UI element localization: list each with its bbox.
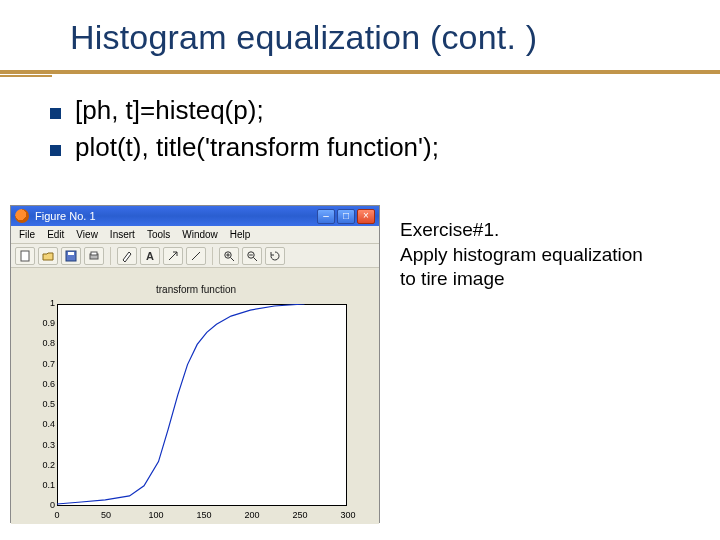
figure-menubar: File Edit View Insert Tools Window Help bbox=[11, 226, 379, 244]
exercise-text: Exercise#1. Apply histogram equalization… bbox=[400, 218, 643, 292]
new-figure-icon[interactable] bbox=[15, 247, 35, 265]
bullet-icon bbox=[50, 145, 61, 156]
menu-view[interactable]: View bbox=[76, 229, 98, 240]
bullet-list: [ph, t]=histeq(p); plot(t), title('trans… bbox=[0, 65, 720, 163]
x-tick-label: 50 bbox=[96, 510, 116, 520]
rotate-icon[interactable] bbox=[265, 247, 285, 265]
x-tick-label: 0 bbox=[51, 510, 63, 520]
menu-file[interactable]: File bbox=[19, 229, 35, 240]
zoom-in-icon[interactable] bbox=[219, 247, 239, 265]
menu-help[interactable]: Help bbox=[230, 229, 251, 240]
line-icon[interactable] bbox=[186, 247, 206, 265]
plot-line bbox=[57, 304, 347, 506]
y-tick-label: 0.4 bbox=[29, 419, 55, 429]
zoom-out-icon[interactable] bbox=[242, 247, 262, 265]
y-tick-label: 0.3 bbox=[29, 440, 55, 450]
figure-titlebar[interactable]: Figure No. 1 – □ × bbox=[11, 206, 379, 226]
y-tick-label: 1 bbox=[29, 298, 55, 308]
toolbar-separator bbox=[212, 247, 213, 265]
svg-rect-4 bbox=[91, 252, 97, 255]
bullet-item: plot(t), title('transform function'); bbox=[50, 132, 720, 163]
y-tick-label: 0.2 bbox=[29, 460, 55, 470]
y-tick-label: 0.8 bbox=[29, 338, 55, 348]
exercise-line: Apply histogram equalization bbox=[400, 243, 643, 268]
figure-window: Figure No. 1 – □ × File Edit View Insert… bbox=[10, 205, 380, 523]
y-tick-label: 0.1 bbox=[29, 480, 55, 490]
save-icon[interactable] bbox=[61, 247, 81, 265]
slide: Histogram equalization (cont. ) [ph, t]=… bbox=[0, 0, 720, 540]
bullet-text: plot(t), title('transform function'); bbox=[75, 132, 439, 163]
figure-toolbar: A bbox=[11, 244, 379, 268]
x-tick-label: 300 bbox=[336, 510, 360, 520]
menu-edit[interactable]: Edit bbox=[47, 229, 64, 240]
exercise-line: Exercise#1. bbox=[400, 218, 643, 243]
accent-bar bbox=[0, 70, 720, 74]
x-tick-label: 100 bbox=[144, 510, 168, 520]
y-tick-label: 0.9 bbox=[29, 318, 55, 328]
text-icon[interactable]: A bbox=[140, 247, 160, 265]
plot-title: transform function bbox=[11, 284, 381, 295]
svg-line-7 bbox=[231, 257, 235, 261]
figure-window-title: Figure No. 1 bbox=[35, 210, 315, 222]
accent-bar-short bbox=[0, 75, 52, 77]
menu-window[interactable]: Window bbox=[182, 229, 218, 240]
figure-canvas: transform function 1 0.9 0.8 0.7 0.6 0.5… bbox=[11, 268, 379, 524]
y-tick-label: 0.7 bbox=[29, 359, 55, 369]
exercise-line: to tire image bbox=[400, 267, 643, 292]
print-icon[interactable] bbox=[84, 247, 104, 265]
svg-line-11 bbox=[254, 257, 258, 261]
y-tick-label: 0.6 bbox=[29, 379, 55, 389]
open-icon[interactable] bbox=[38, 247, 58, 265]
slide-title: Histogram equalization (cont. ) bbox=[70, 18, 720, 57]
y-tick-label: 0.5 bbox=[29, 399, 55, 409]
menu-tools[interactable]: Tools bbox=[147, 229, 170, 240]
close-button[interactable]: × bbox=[357, 209, 375, 224]
menu-insert[interactable]: Insert bbox=[110, 229, 135, 240]
svg-rect-0 bbox=[21, 251, 29, 261]
minimize-button[interactable]: – bbox=[317, 209, 335, 224]
bullet-text: [ph, t]=histeq(p); bbox=[75, 95, 264, 126]
svg-rect-2 bbox=[68, 252, 74, 255]
bullet-icon bbox=[50, 108, 61, 119]
x-tick-label: 250 bbox=[288, 510, 312, 520]
edit-plot-icon[interactable] bbox=[117, 247, 137, 265]
bullet-item: [ph, t]=histeq(p); bbox=[50, 95, 720, 126]
y-tick-label: 0 bbox=[29, 500, 55, 510]
x-tick-label: 200 bbox=[240, 510, 264, 520]
maximize-button[interactable]: □ bbox=[337, 209, 355, 224]
matlab-icon bbox=[15, 209, 29, 223]
x-tick-label: 150 bbox=[192, 510, 216, 520]
title-wrap: Histogram equalization (cont. ) bbox=[0, 0, 720, 65]
toolbar-separator bbox=[110, 247, 111, 265]
svg-line-5 bbox=[192, 252, 200, 260]
arrow-icon[interactable] bbox=[163, 247, 183, 265]
